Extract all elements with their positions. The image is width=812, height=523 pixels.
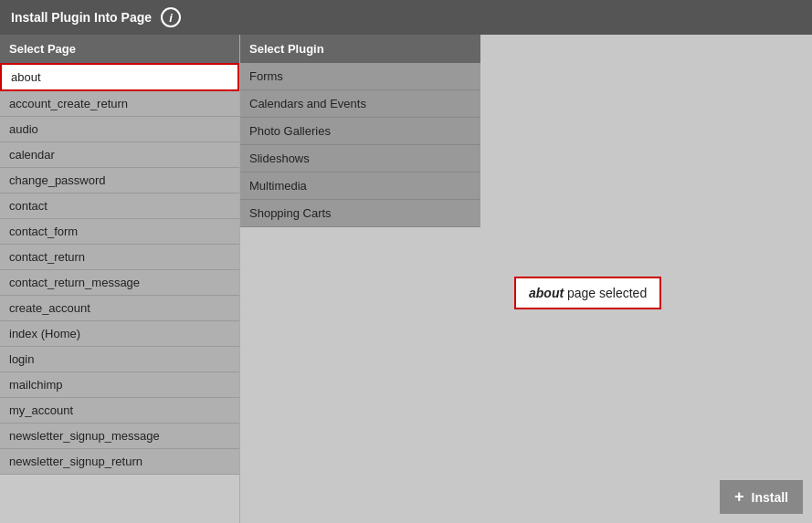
page-item-about[interactable]: about bbox=[0, 63, 239, 91]
page-item-account_create_return[interactable]: account_create_return bbox=[0, 91, 239, 117]
status-message: about page selected bbox=[514, 277, 661, 309]
page-item-newsletter_signup_message[interactable]: newsletter_signup_message bbox=[0, 424, 239, 449]
info-icon[interactable]: i bbox=[161, 7, 181, 27]
right-area: Select Plugin FormsCalendars and EventsP… bbox=[240, 35, 812, 523]
plugin-list: FormsCalendars and EventsPhoto Galleries… bbox=[240, 63, 480, 227]
plugin-item-forms[interactable]: Forms bbox=[240, 63, 480, 90]
select-page-header: Select Page bbox=[0, 35, 239, 63]
page-item-contact_return[interactable]: contact_return bbox=[0, 245, 239, 270]
page-item-change_password[interactable]: change_password bbox=[0, 168, 239, 194]
page-item-mailchimp[interactable]: mailchimp bbox=[0, 372, 239, 398]
page-item-index_home[interactable]: index (Home) bbox=[0, 321, 239, 347]
page-item-contact[interactable]: contact bbox=[0, 194, 239, 219]
page-list: aboutaccount_create_returnaudiocalendarc… bbox=[0, 63, 239, 523]
app-header: Install Plugin Into Page i bbox=[0, 0, 812, 35]
install-button[interactable]: + Install bbox=[720, 480, 803, 514]
right-content: Select Plugin FormsCalendars and EventsP… bbox=[240, 35, 812, 227]
plugin-item-slideshows[interactable]: Slideshows bbox=[240, 145, 480, 173]
plugin-item-shopping_carts[interactable]: Shopping Carts bbox=[240, 200, 480, 227]
plugin-item-multimedia[interactable]: Multimedia bbox=[240, 173, 480, 200]
plugin-item-calendars_events[interactable]: Calendars and Events bbox=[240, 90, 480, 118]
select-plugin-header: Select Plugin bbox=[240, 35, 480, 63]
page-item-create_account[interactable]: create_account bbox=[0, 296, 239, 321]
plugin-panel: Select Plugin FormsCalendars and EventsP… bbox=[240, 35, 480, 227]
page-item-calendar[interactable]: calendar bbox=[0, 142, 239, 168]
app-title: Install Plugin Into Page bbox=[11, 10, 152, 25]
page-item-login[interactable]: login bbox=[0, 347, 239, 372]
page-item-audio[interactable]: audio bbox=[0, 117, 239, 142]
left-panel: Select Page aboutaccount_create_returnau… bbox=[0, 35, 240, 523]
plugin-item-photo_galleries[interactable]: Photo Galleries bbox=[240, 118, 480, 145]
page-item-my_account[interactable]: my_account bbox=[0, 398, 239, 424]
main-content: Select Page aboutaccount_create_returnau… bbox=[0, 35, 812, 523]
page-item-contact_return_message[interactable]: contact_return_message bbox=[0, 270, 239, 296]
page-item-newsletter_signup_return[interactable]: newsletter_signup_return bbox=[0, 449, 239, 475]
status-suffix: page selected bbox=[564, 286, 647, 300]
plus-icon: + bbox=[734, 487, 744, 507]
install-label: Install bbox=[752, 490, 788, 505]
selected-page-name: about bbox=[529, 286, 564, 300]
page-item-contact_form[interactable]: contact_form bbox=[0, 219, 239, 245]
